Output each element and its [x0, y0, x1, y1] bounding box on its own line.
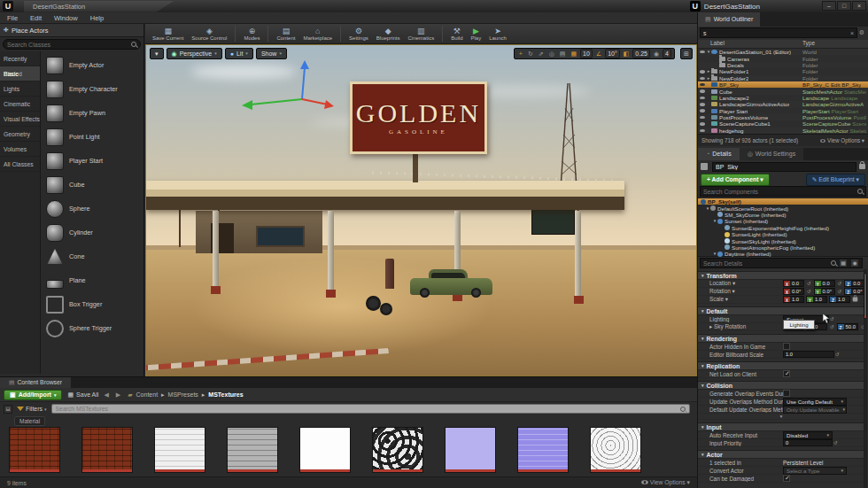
maximize-viewport-button[interactable]: ⊞	[680, 48, 693, 59]
display-options-eye-icon[interactable]: ◉	[850, 259, 859, 267]
filters-button[interactable]: Filters ▾	[17, 406, 47, 412]
content-button[interactable]: ▤Content	[276, 27, 295, 41]
world-local-icon[interactable]: ◎	[547, 50, 556, 58]
eye-icon[interactable]	[698, 129, 706, 133]
sky-rotation-y-field[interactable]: 0	[813, 324, 826, 329]
eye-icon[interactable]	[698, 89, 706, 93]
rotation-snap-icon[interactable]: ∠	[594, 50, 603, 58]
move-tool-icon[interactable]: +	[517, 50, 524, 57]
outliner-search[interactable]: ×	[700, 27, 857, 38]
sky-rotation-z-field[interactable]: 50.0	[844, 324, 857, 329]
edit-blueprint-link[interactable]: Edit BP_Sky	[831, 81, 861, 88]
actor-item-empty-pawn[interactable]: Empty Pawn	[41, 101, 143, 125]
add-import-button[interactable]: ▣ Add/Import ▾	[4, 390, 62, 400]
reset-icon[interactable]: ↺	[830, 316, 834, 321]
actor-item-cone[interactable]: Cone	[41, 244, 143, 268]
cinematics-button[interactable]: ▥Cinematics	[407, 27, 434, 41]
component-default-scene-root[interactable]: ▾ DefaultSceneRoot (Inherited)	[698, 205, 868, 211]
outliner-row-world[interactable]: ▾ DesertGasStation_01 (Editor) World	[698, 49, 868, 55]
actor-item-cube[interactable]: Cube	[41, 173, 143, 197]
material-filter-chip[interactable]: Material	[14, 416, 45, 426]
advanced-expander[interactable]: ▼	[698, 414, 864, 420]
details-tab[interactable]: ◔Details	[698, 148, 740, 160]
update-overlaps-dropdown[interactable]: Use Config Default▾	[783, 398, 847, 406]
reset-icon[interactable]: ↺	[807, 289, 811, 294]
eye-icon[interactable]	[698, 83, 706, 87]
grid-snap-value[interactable]: 10	[580, 49, 593, 58]
menu-help[interactable]: Help	[90, 14, 104, 22]
section-input[interactable]: ▾Input	[698, 422, 864, 431]
reset-icon[interactable]: ↺	[807, 281, 811, 286]
outliner-row-bp-sky[interactable]: BP_Sky BP_Sky_CEdit BP_Sky	[698, 81, 868, 88]
perspective-button[interactable]: ◉Perspective▾	[167, 48, 222, 59]
menu-file[interactable]: File	[7, 14, 18, 22]
scale-snap-icon[interactable]: ◧	[622, 50, 632, 58]
component-sunset-atmosfog[interactable]: SunsetAtmosphericFog (Inherited)	[698, 244, 868, 251]
eye-icon[interactable]	[698, 50, 706, 54]
breadcrumb-mspresets[interactable]: MSPresets	[168, 391, 198, 398]
outliner-row-decals[interactable]: Decals Folder	[698, 62, 868, 68]
asset-tile-albedo2[interactable]: Albedo_2	[81, 427, 133, 482]
component-sunset[interactable]: ▾ Sunset (Inherited)	[698, 218, 868, 224]
auto-receive-input-dropdown[interactable]: Disabled▾	[783, 431, 833, 439]
actor-item-sphere[interactable]: Sphere	[41, 197, 143, 221]
can-be-damaged-checkbox[interactable]	[783, 475, 790, 482]
location-z-field[interactable]: 0.0	[851, 281, 864, 286]
asset-tile-displacement[interactable]: Displacement	[227, 427, 278, 482]
camera-speed-icon[interactable]: ◉	[652, 50, 661, 58]
source-control-button[interactable]: ◈Source Control	[191, 27, 227, 41]
surface-snap-icon[interactable]: ▤	[558, 50, 568, 58]
asset-tile-ao[interactable]: AO	[154, 427, 205, 482]
section-default[interactable]: ▾Default	[698, 306, 864, 315]
build-button[interactable]: ⚒Build	[451, 27, 462, 41]
generate-overlap-checkbox[interactable]	[783, 390, 790, 397]
outliner-row-player-start[interactable]: Player Start PlayerStartPlayerStart	[698, 108, 868, 114]
eye-icon[interactable]	[698, 109, 706, 112]
actor-item-cylinder[interactable]: Cylinder	[41, 221, 143, 244]
viewport[interactable]: GOLDEN GASOLINE ▾ ◉Perspective▾ ●Lit▾ Sh…	[145, 44, 697, 376]
actor-hidden-checkbox[interactable]	[783, 343, 790, 350]
scale-y-field[interactable]: 1.0	[813, 297, 826, 302]
maximize-button[interactable]: □	[837, 1, 851, 11]
eye-icon[interactable]	[698, 103, 706, 106]
component-bp-sky-self[interactable]: BP_Sky(self)	[698, 198, 868, 205]
rotation-z-field[interactable]: 0.0°	[851, 289, 864, 294]
components-search[interactable]	[700, 186, 866, 197]
scale-tool-icon[interactable]: ⇗	[537, 50, 546, 58]
location-y-field[interactable]: 0.0	[821, 281, 834, 286]
menu-window[interactable]: Window	[54, 14, 78, 22]
section-transform[interactable]: ▾Transform	[698, 271, 864, 280]
asset-tile-albedo[interactable]: Albedo	[9, 427, 60, 482]
section-collision[interactable]: ▾Collision	[698, 381, 864, 390]
outliner-row-landscape-gizmo[interactable]: LandscapeGizmoActiveActor LandscapeGizmo…	[698, 101, 868, 107]
outliner-row-hedgehog[interactable]: hedgehog SkeletalMeshActorSkeletalMeshAc…	[698, 128, 868, 134]
section-actor[interactable]: ▾Actor	[698, 450, 864, 459]
outliner-row-cube[interactable]: Cube StaticMeshActorStaticMeshActor	[698, 88, 868, 94]
outliner-view-options-button[interactable]: View Options ▾	[820, 137, 864, 143]
lit-button[interactable]: ●Lit▾	[225, 48, 253, 59]
outliner-row-newfolder1[interactable]: ▸ NewFolder1 Folder	[698, 68, 868, 74]
rotate-tool-icon[interactable]: ↻	[526, 50, 535, 58]
menu-edit[interactable]: Edit	[30, 14, 42, 22]
reset-icon[interactable]: ↺	[838, 281, 842, 286]
category-visual-effects[interactable]: Visual Effects	[0, 112, 40, 127]
actor-name-field[interactable]	[712, 162, 856, 172]
lock-icon[interactable]	[859, 164, 865, 169]
component-sunset-skylight[interactable]: SunsetSkyLight (Inherited)	[698, 237, 868, 244]
grid-snap-icon[interactable]: ▦	[569, 50, 578, 58]
eye-icon[interactable]	[698, 116, 706, 120]
net-load-checkbox[interactable]	[783, 370, 790, 377]
search-classes-input[interactable]	[7, 42, 131, 48]
component-sunset-light[interactable]: SunsetLight (Inherited)	[698, 231, 868, 237]
category-lights[interactable]: Lights	[0, 81, 40, 97]
blueprints-button[interactable]: ◆Blueprints	[376, 27, 400, 41]
transform-gizmo-icon[interactable]	[240, 58, 373, 129]
eye-icon[interactable]	[698, 70, 706, 74]
content-browser-tab[interactable]: ▤ Content Browser	[0, 377, 71, 388]
category-volumes[interactable]: Volumes	[0, 142, 40, 157]
outliner-row-postprocess[interactable]: PostProcessVolume PostProcessVolumePostP…	[698, 114, 868, 120]
viewport-options-button[interactable]: ▾	[150, 48, 164, 59]
details-search[interactable]: ▦ ◉	[700, 258, 863, 268]
reset-icon[interactable]: ↺	[830, 324, 834, 329]
search-components-input[interactable]	[703, 189, 857, 195]
